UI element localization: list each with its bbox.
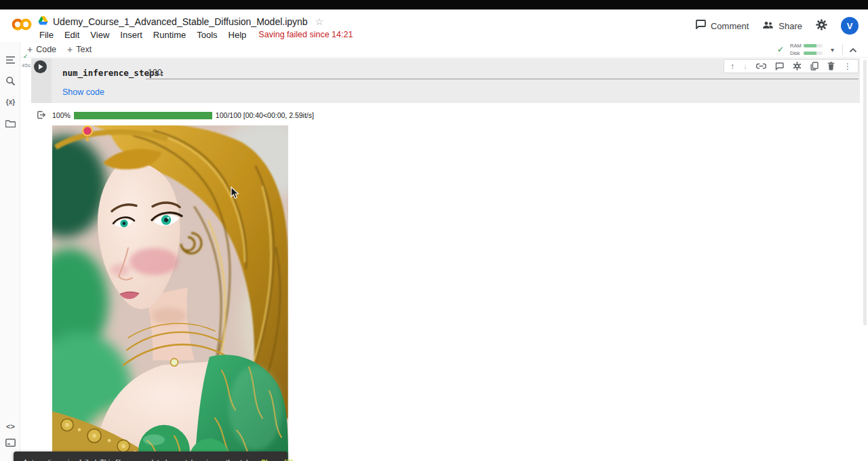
more-actions-icon[interactable]: ⋮ <box>844 62 852 71</box>
resource-meter[interactable]: RAM Disk <box>790 43 823 56</box>
cell-settings-gear-icon[interactable] <box>793 62 802 71</box>
divider <box>20 57 868 58</box>
progress-output: 100% 100/100 [00:40<00:00, 2.59it/s] <box>52 111 314 119</box>
menu-runtime[interactable]: Runtime <box>148 30 191 40</box>
menu-view[interactable]: View <box>85 30 115 40</box>
share-label: Share <box>778 21 802 31</box>
ram-usage-bar <box>804 44 823 47</box>
terminal-icon[interactable] <box>5 437 16 448</box>
share-button[interactable]: Share <box>762 20 802 32</box>
divider <box>842 44 843 55</box>
snackbar: Automatic saving failed. This file was u… <box>14 452 288 461</box>
disk-usage-bar <box>804 52 823 55</box>
form-field-input[interactable]: 100 <box>148 68 162 77</box>
menu-tools[interactable]: Tools <box>191 30 222 40</box>
form-field-underline <box>146 79 859 79</box>
menu-file[interactable]: File <box>34 30 59 40</box>
move-cell-up-icon[interactable]: ↑ <box>730 62 734 71</box>
drive-icon <box>38 16 48 28</box>
execution-success-icon: ✓ <box>23 53 28 60</box>
gear-icon <box>816 19 827 33</box>
collapse-header-chevron-icon[interactable] <box>849 43 857 56</box>
show-diff-button[interactable]: Show diff <box>261 458 293 461</box>
left-sidebar: {x} <> <box>0 42 20 461</box>
settings-button[interactable] <box>816 19 827 33</box>
window-top-strip <box>0 0 868 9</box>
ram-label: RAM <box>790 43 801 49</box>
colab-logo[interactable] <box>11 17 33 35</box>
notebook-title[interactable]: Udemy_Course_1_Advanced_Stable_Diffusion… <box>53 16 308 27</box>
show-code-link[interactable]: Show code <box>62 87 104 97</box>
run-cell-button[interactable] <box>34 60 47 73</box>
cell-toolbar: ↑ ↓ <box>724 59 859 73</box>
search-icon[interactable] <box>5 75 16 87</box>
add-text-label: Text <box>76 45 92 54</box>
cell-insert-toolbar: + Code + Text <box>27 42 92 57</box>
copy-link-icon[interactable] <box>756 63 766 69</box>
resources-dropdown-icon[interactable]: ▾ <box>829 46 836 54</box>
menu-help[interactable]: Help <box>223 30 252 40</box>
header: Udemy_Course_1_Advanced_Stable_Diffusion… <box>0 9 868 42</box>
snackbar-message: Automatic saving failed. This file was u… <box>23 458 252 461</box>
move-cell-down-icon[interactable]: ↓ <box>743 62 747 71</box>
comment-label: Comment <box>711 21 749 31</box>
add-code-button[interactable]: + Code <box>27 44 56 55</box>
progress-stats: 100/100 [00:40<00:00, 2.59it/s] <box>216 111 314 119</box>
avatar[interactable]: V <box>841 17 859 35</box>
saving-status[interactable]: Saving failed since 14:21 <box>258 30 353 39</box>
comment-button[interactable]: Comment <box>695 20 749 32</box>
delete-cell-icon[interactable] <box>827 62 835 71</box>
output-indicator-icon[interactable] <box>37 110 46 122</box>
copy-cell-icon[interactable] <box>810 62 818 71</box>
code-snippets-icon[interactable]: <> <box>5 420 16 432</box>
disk-label: Disk <box>790 50 801 56</box>
files-folder-icon[interactable] <box>5 117 16 129</box>
comment-icon <box>695 20 706 32</box>
add-code-label: Code <box>36 45 56 54</box>
add-comment-icon[interactable] <box>775 62 784 71</box>
progress-percent: 100% <box>52 111 71 119</box>
generated-image <box>52 125 288 461</box>
menu-edit[interactable]: Edit <box>59 30 85 40</box>
progress-bar-fill <box>74 112 212 119</box>
plus-icon: + <box>67 44 73 55</box>
scrollbar[interactable] <box>863 60 867 325</box>
variables-icon[interactable]: {x} <box>5 96 16 108</box>
menu-insert[interactable]: Insert <box>115 30 148 40</box>
connected-check-icon: ✓ <box>777 45 784 54</box>
add-text-button[interactable]: + Text <box>67 44 92 55</box>
execution-time: 45s <box>22 62 31 68</box>
menu-bar: File Edit View Insert Runtime Tools Help… <box>34 28 353 41</box>
people-icon <box>762 20 774 32</box>
progress-bar <box>74 112 212 119</box>
star-icon[interactable]: ☆ <box>315 16 324 27</box>
table-of-contents-icon[interactable] <box>5 54 16 66</box>
